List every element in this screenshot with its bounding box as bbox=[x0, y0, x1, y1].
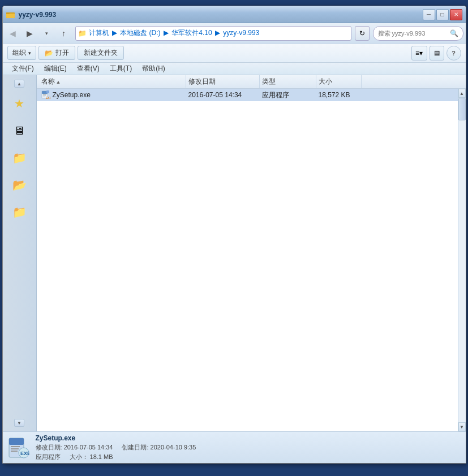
column-headers: 名称 ▲ 修改日期 类型 大小 bbox=[37, 75, 466, 89]
help-button[interactable]: ? bbox=[446, 46, 461, 60]
window-title: yyzy-v9.993 bbox=[19, 11, 57, 19]
computer-icon: 🖥 bbox=[14, 124, 25, 137]
search-icon[interactable]: 🔍 bbox=[450, 29, 458, 37]
exe-file-icon: EXE bbox=[41, 90, 50, 99]
title-bar-buttons: ─ □ ✕ bbox=[423, 9, 462, 20]
scroll-down-btn[interactable]: ▼ bbox=[458, 422, 466, 431]
menu-view[interactable]: 查看(V) bbox=[72, 63, 104, 75]
up-button[interactable]: ↑ bbox=[56, 26, 72, 41]
status-create-label: 创建日期: 2020-04-10 9:35 bbox=[122, 443, 196, 452]
close-button[interactable]: ✕ bbox=[450, 9, 462, 20]
organize-dropdown-icon: ▾ bbox=[28, 50, 31, 56]
open-button[interactable]: 📂 打开 bbox=[38, 46, 75, 60]
menu-bar: 文件(F) 编辑(E) 查看(V) 工具(T) 帮助(H) bbox=[3, 63, 466, 75]
sidebar: ▲ ★ 🖥 📁 📂 📁 ▼ bbox=[3, 75, 37, 431]
search-input[interactable] bbox=[378, 30, 450, 37]
view-icon: ≡▾ bbox=[415, 49, 423, 57]
forward-button[interactable]: ▶ bbox=[22, 26, 38, 41]
file-date-cell: 2016-07-05 14:34 bbox=[186, 91, 260, 99]
toolbar: 组织 ▾ 📂 打开 新建文件夹 ≡▾ ▤ ? bbox=[3, 44, 466, 63]
address-folder-icon: 📁 bbox=[78, 29, 87, 37]
svg-rect-7 bbox=[43, 97, 45, 97]
table-row[interactable]: EXE ZySetup.exe 2016-07-05 14:34 应用程序 18… bbox=[37, 89, 458, 101]
size-label-text: 大小： bbox=[70, 453, 88, 460]
menu-help[interactable]: 帮助(H) bbox=[138, 63, 170, 75]
scroll-track[interactable] bbox=[458, 98, 466, 422]
col-header-size[interactable]: 大小 bbox=[316, 75, 362, 88]
organize-button[interactable]: 组织 ▾ bbox=[7, 46, 36, 60]
create-label-text: 创建日期: bbox=[122, 444, 148, 451]
svg-rect-1 bbox=[6, 14, 15, 18]
explorer-window: yyzy-v9.993 ─ □ ✕ ◀ ▶ ▾ ↑ 📁 计算机 ▶ 本地磁盘 (… bbox=[2, 6, 466, 464]
create-date-text: 2020-04-10 9:35 bbox=[151, 444, 196, 451]
sort-arrow-name: ▲ bbox=[56, 79, 61, 85]
back-button[interactable]: ◀ bbox=[5, 26, 21, 41]
refresh-button[interactable]: ↻ bbox=[355, 26, 370, 41]
path-folder2[interactable]: yyzy-v9.993 bbox=[223, 29, 259, 37]
status-detail-row2: 应用程序 大小： 18.1 MB bbox=[36, 453, 196, 461]
file-list: EXE ZySetup.exe 2016-07-05 14:34 应用程序 18… bbox=[37, 89, 458, 431]
sidebar-item-favorites[interactable]: ★ bbox=[7, 91, 32, 116]
status-exe-icon: EXE bbox=[8, 437, 29, 458]
col-name-label: 名称 bbox=[41, 77, 55, 86]
status-size: 大小： 18.1 MB bbox=[70, 453, 113, 461]
status-bar: EXE ZySetup.exe 修改日期: 2016-07-05 14:34 创… bbox=[3, 431, 466, 463]
svg-rect-8 bbox=[46, 90, 49, 93]
scroll-thumb[interactable] bbox=[458, 98, 466, 120]
pane-button[interactable]: ▤ bbox=[430, 46, 444, 60]
path-computer[interactable]: 计算机 bbox=[89, 29, 109, 37]
dropdown-button[interactable]: ▾ bbox=[39, 26, 55, 41]
title-bar: yyzy-v9.993 ─ □ ✕ bbox=[3, 6, 466, 23]
size-value-text: 18.1 MB bbox=[90, 453, 113, 460]
vertical-scrollbar[interactable]: ▲ ▼ bbox=[458, 89, 466, 431]
minimize-button[interactable]: ─ bbox=[423, 9, 435, 20]
view-button[interactable]: ≡▾ bbox=[411, 46, 427, 60]
scroll-up-btn[interactable]: ▲ bbox=[458, 89, 466, 98]
help-icon: ? bbox=[452, 50, 456, 57]
sidebar-item-folder1[interactable]: 📁 bbox=[7, 145, 32, 170]
col-type-label: 类型 bbox=[262, 77, 276, 86]
new-folder-label: 新建文件夹 bbox=[84, 48, 118, 58]
svg-rect-12 bbox=[11, 446, 20, 447]
status-filename: ZySetup.exe bbox=[36, 434, 196, 442]
menu-tools[interactable]: 工具(T) bbox=[105, 63, 136, 75]
col-header-name[interactable]: 名称 ▲ bbox=[39, 75, 186, 88]
menu-file[interactable]: 文件(F) bbox=[7, 63, 38, 75]
content-area: ▲ ★ 🖥 📁 📂 📁 ▼ 名称 ▲ bbox=[3, 75, 466, 431]
col-size-label: 大小 bbox=[319, 77, 332, 86]
path-disk[interactable]: 本地磁盘 (D:) bbox=[120, 29, 160, 37]
modify-date-text: 2016-07-05 14:34 bbox=[64, 444, 113, 451]
col-header-type[interactable]: 类型 bbox=[260, 75, 316, 88]
file-name-cell: EXE ZySetup.exe bbox=[39, 90, 186, 99]
nav-bar: ◀ ▶ ▾ ↑ 📁 计算机 ▶ 本地磁盘 (D:) ▶ 华军软件4.10 ▶ y… bbox=[3, 23, 466, 44]
col-date-label: 修改日期 bbox=[188, 77, 216, 86]
maximize-button[interactable]: □ bbox=[436, 9, 449, 20]
sidebar-item-folder2[interactable]: 📂 bbox=[7, 172, 32, 197]
open-label: 打开 bbox=[55, 48, 69, 58]
status-file-icon: EXE bbox=[7, 436, 30, 459]
folder1-icon: 📁 bbox=[12, 151, 27, 165]
address-path: 计算机 ▶ 本地磁盘 (D:) ▶ 华军软件4.10 ▶ yyzy-v9.993 bbox=[89, 28, 260, 38]
svg-rect-11 bbox=[9, 438, 24, 445]
status-detail-row1: 修改日期: 2016-07-05 14:34 创建日期: 2020-04-10 … bbox=[36, 443, 196, 452]
sidebar-scroll-up[interactable]: ▲ bbox=[14, 80, 24, 88]
address-bar[interactable]: 📁 计算机 ▶ 本地磁盘 (D:) ▶ 华军软件4.10 ▶ yyzy-v9.9… bbox=[75, 26, 351, 41]
modify-label-text: 修改日期: bbox=[36, 444, 62, 451]
sidebar-item-computer[interactable]: 🖥 bbox=[7, 118, 32, 143]
svg-rect-13 bbox=[11, 448, 19, 449]
file-name-text: ZySetup.exe bbox=[53, 91, 91, 99]
sidebar-scroll-down[interactable]: ▼ bbox=[14, 419, 24, 427]
menu-edit[interactable]: 编辑(E) bbox=[40, 63, 71, 75]
window-folder-icon bbox=[6, 10, 15, 19]
path-folder1[interactable]: 华军软件4.10 bbox=[171, 29, 212, 37]
svg-rect-14 bbox=[11, 451, 18, 452]
open-icon: 📂 bbox=[45, 49, 53, 57]
search-bar[interactable]: 🔍 bbox=[373, 26, 463, 41]
favorites-icon: ★ bbox=[14, 97, 24, 110]
svg-text:EXE: EXE bbox=[20, 451, 29, 456]
sidebar-item-folder3[interactable]: 📁 bbox=[7, 200, 32, 224]
new-folder-button[interactable]: 新建文件夹 bbox=[78, 46, 124, 60]
folder2-icon: 📂 bbox=[12, 178, 27, 192]
status-modify-label: 修改日期: 2016-07-05 14:34 bbox=[36, 443, 113, 452]
col-header-date[interactable]: 修改日期 bbox=[186, 75, 260, 88]
